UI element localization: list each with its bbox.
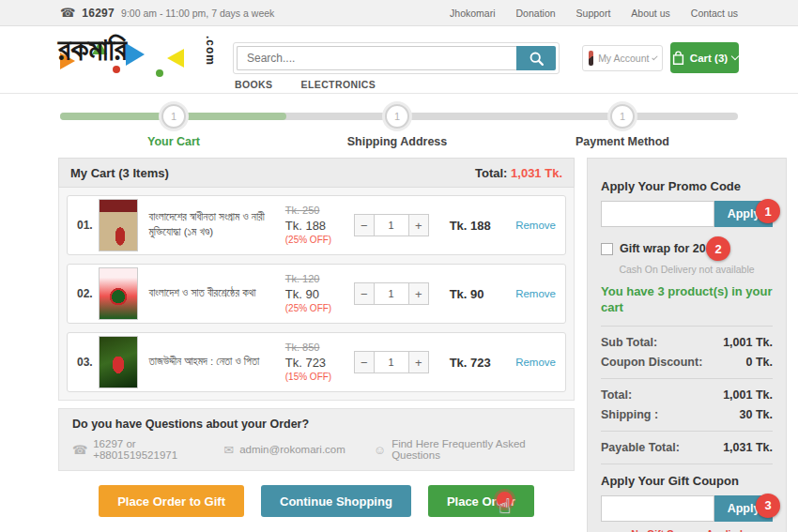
cart-total-value: 1,031 Tk. [511, 166, 562, 180]
promo-code-title: Apply Your Promo Code [601, 179, 773, 193]
gift-coupon-input[interactable] [601, 495, 714, 522]
discount-percent: (15% OFF) [285, 371, 354, 384]
line-total: Tk. 188 [450, 219, 509, 233]
continue-shopping-button[interactable]: Continue Shopping [261, 485, 411, 517]
qty-input[interactable] [375, 282, 408, 305]
logo-dot-com: .com [204, 36, 217, 66]
remove-item-link[interactable]: Remove [515, 220, 556, 231]
line-total: Tk. 90 [450, 287, 509, 301]
divider [601, 464, 773, 464]
chevron-down-icon [652, 53, 658, 59]
questions-faq-text: Find Here Frequently Asked Questions [391, 438, 540, 461]
search-button[interactable] [516, 46, 556, 70]
order-questions-box: Do you have Questions about your Order? … [58, 408, 575, 471]
step-circle-your-cart: 1 [161, 104, 186, 129]
cart-dropdown-button[interactable]: Cart (3) [670, 42, 739, 73]
link-jhokomari[interactable]: Jhokomari [450, 8, 495, 19]
logo-decoration [156, 69, 163, 77]
qty-increase-button[interactable]: + [408, 214, 429, 236]
place-order-to-gift-button[interactable]: Place Order to Gift [99, 485, 244, 517]
step-circle-payment-method: 1 [610, 104, 635, 129]
item-index: 03. [77, 356, 99, 369]
link-contact-us[interactable]: Contact us [691, 8, 738, 19]
logo-decoration [126, 43, 145, 66]
questions-phone: ☎ 16297 or +8801519521971 [72, 438, 195, 461]
avatar [589, 51, 593, 66]
questions-faq[interactable]: ☺ Find Here Frequently Asked Questions [374, 438, 540, 461]
nav-books[interactable]: BOOKS [235, 79, 273, 90]
old-price: Tk. 250 [285, 204, 354, 218]
chevron-down-icon [731, 53, 739, 60]
cart-items-list: 01. বাংলাদেশের স্বাধীনতা সংগ্রাম ও নারী … [58, 188, 575, 401]
subtotal-row: Sub Total: 1,001 Tk. [601, 336, 773, 349]
cart-page: ☎ 16297 9:00 am - 11:00 pm, 7 days a wee… [0, 0, 798, 532]
search-input[interactable] [237, 46, 516, 70]
place-order-button[interactable]: Place Order [428, 485, 534, 517]
cart-total: Total: 1,031 Tk. [475, 166, 562, 180]
shipping-value: 30 Tk. [740, 408, 773, 421]
nav-electronics[interactable]: ELECTRONICS [301, 79, 376, 90]
cart-item-row: 02. বাংলাদেশ ও সাত বীরশ্রেষ্ঠের কথা Tk. … [67, 264, 566, 324]
topbar-links: Jhokomari Donation Support About us Cont… [450, 8, 738, 19]
remove-item-link[interactable]: Remove [515, 357, 556, 368]
gift-wrap-checkbox[interactable] [601, 243, 613, 255]
cod-note: Cash On Delivery not available [601, 264, 773, 275]
payable-total-row: Payable Total: 1,031 Tk. [601, 441, 773, 454]
annotation-badge-1: 1 [756, 199, 780, 223]
cart-item-row: 03. তাজউদ্দীন আহমদ : নেতা ও পিতা Tk. 850… [67, 332, 566, 392]
qty-input[interactable] [375, 214, 408, 236]
checkout-progress: 1 1 1 Your Cart Shipping Address Payment… [0, 94, 798, 156]
total-value: 1,001 Tk. [723, 388, 773, 402]
divider [601, 326, 773, 327]
shipping-label: Shipping : [601, 408, 658, 421]
link-donation[interactable]: Donation [516, 8, 556, 19]
gift-coupon-title: Apply Your Gift Coupon [601, 474, 773, 488]
gift-coupon-note: No Gift Coupon Applied [601, 528, 773, 532]
total-label: Total: [601, 388, 632, 402]
qty-decrease-button[interactable]: − [354, 351, 375, 373]
qty-increase-button[interactable]: + [408, 282, 429, 305]
price-block: Tk. 120 Tk. 90 (25% OFF) [285, 272, 354, 315]
questions-phone-text: 16297 or +8801519521971 [93, 438, 195, 461]
my-account-dropdown[interactable]: My Account [582, 45, 663, 71]
rokomari-logo[interactable]: রকমারি .com [58, 32, 223, 86]
cart-item-row: 01. বাংলাদেশের স্বাধীনতা সংগ্রাম ও নারী … [67, 195, 566, 255]
book-title: বাংলাদেশ ও সাত বীরশ্রেষ্ঠের কথা [149, 286, 278, 301]
cart-title: My Cart (3 Items) [70, 166, 169, 180]
item-index: 02. [77, 287, 99, 300]
gift-coupon-group: Apply 3 [601, 495, 773, 522]
main-nav: BOOKS ELECTRONICS [235, 79, 376, 90]
link-support[interactable]: Support [576, 8, 611, 19]
qty-decrease-button[interactable]: − [354, 282, 375, 305]
link-about-us[interactable]: About us [631, 8, 669, 19]
hotline-number: 16297 [82, 7, 115, 20]
cart-count-label: Cart (3) [690, 53, 728, 64]
price-block: Tk. 250 Tk. 188 (25% OFF) [285, 204, 354, 247]
cart-total-label: Total: [475, 166, 507, 180]
questions-email[interactable]: ✉ admin@rokomari.com [223, 443, 345, 457]
cart-panel-header: My Cart (3 Items) Total: 1,031 Tk. [58, 158, 575, 188]
promo-code-input[interactable] [601, 201, 714, 227]
book-cover-image [99, 336, 138, 388]
current-price: Tk. 188 [285, 218, 354, 235]
phone-icon: ☎ [72, 443, 87, 457]
gift-wrap-row: Gift wrap for 20 Tk 2 [601, 242, 773, 255]
qty-decrease-button[interactable]: − [354, 214, 375, 236]
line-total: Tk. 723 [450, 356, 509, 370]
shipping-row: Shipping : 30 Tk. [601, 408, 773, 421]
remove-item-link[interactable]: Remove [515, 288, 556, 299]
my-account-label: My Account [598, 53, 649, 64]
cart-panel: My Cart (3 Items) Total: 1,031 Tk. 01. ব… [58, 158, 575, 517]
qty-input[interactable] [375, 351, 408, 373]
questions-email-text: admin@rokomari.com [239, 444, 345, 455]
step-label-payment-method: Payment Method [575, 135, 669, 148]
discount-percent: (25% OFF) [285, 302, 354, 315]
payable-total-value: 1,031 Tk. [723, 441, 773, 454]
mail-icon: ✉ [223, 443, 234, 457]
book-title: তাজউদ্দীন আহমদ : নেতা ও পিতা [149, 355, 278, 370]
phone-icon: ☎ [60, 6, 75, 20]
current-price: Tk. 90 [285, 286, 354, 303]
qty-increase-button[interactable]: + [408, 351, 429, 373]
coupon-discount-label: Coupon Discount: [601, 356, 702, 369]
subtotal-label: Sub Total: [601, 336, 657, 349]
